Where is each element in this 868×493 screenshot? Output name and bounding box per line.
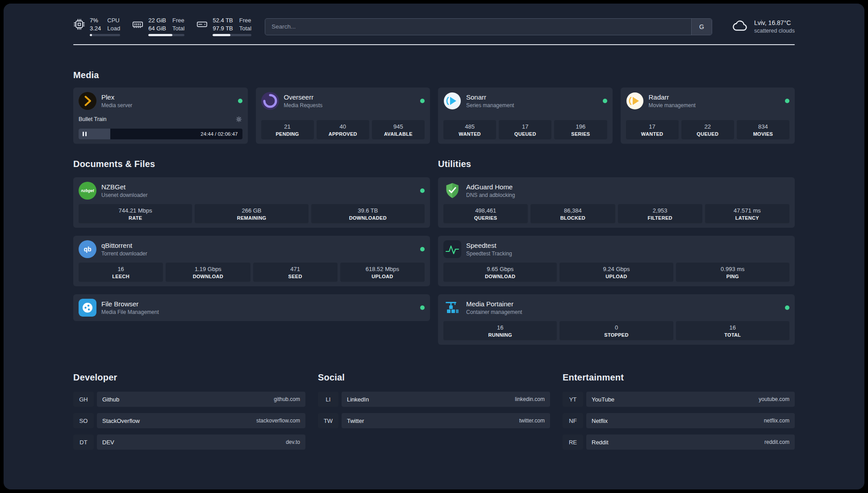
service-card-filebrowser[interactable]: File Browser Media File Management [73, 294, 430, 321]
stat-value: 1.19 Gbps [167, 266, 248, 272]
bookmark-url: linkedin.com [515, 396, 545, 402]
service-description: DNS and adblocking [466, 192, 515, 198]
dashboard-page: 7% 3.24 CPU Load [4, 4, 864, 489]
bookmark-dev[interactable]: DT DEV dev.to [73, 435, 305, 450]
service-name: qBittorrent [101, 242, 147, 249]
search-input[interactable] [265, 19, 691, 35]
stat-value: 47.571 ms [707, 207, 788, 214]
bookmark-abbr: LI [318, 392, 338, 407]
stat-label: AVAILABLE [374, 131, 423, 137]
portainer-icon [443, 299, 461, 317]
stat-tile: 17 QUEUED [499, 120, 551, 139]
media-progress-bar: 24:44 / 02:06:47 [79, 129, 242, 139]
service-description: Media server [101, 102, 132, 109]
stat-label: TOTAL [678, 332, 788, 338]
bookmark-name: LinkedIn [347, 396, 369, 403]
service-card-portainer[interactable]: Media Portainer Container management 16 … [438, 294, 795, 345]
cpu-usage-bar [90, 34, 120, 36]
stat-tile: 22 QUEUED [681, 120, 734, 139]
service-card-overseerr[interactable]: Overseerr Media Requests 21 PENDING 40 A… [256, 88, 430, 144]
bookmark-url: stackoverflow.com [256, 418, 300, 424]
stat-tile: 17 WANTED [626, 120, 679, 139]
service-card-nzbget[interactable]: nzbget NZBGet Usenet downloader 744.21 M… [73, 177, 430, 228]
service-name: Radarr [649, 93, 696, 101]
service-card-speedtest[interactable]: Speedtest Speedtest Tracking 9.65 Gbps D… [438, 236, 795, 286]
cpu-load-label: Load [107, 25, 120, 32]
weather-location: Lviv, 16.87°C [754, 19, 795, 26]
bookmark-name: DEV [102, 439, 114, 446]
stat-tile: 9.65 Gbps DOWNLOAD [443, 263, 557, 282]
memory-free-value: 22 GiB [148, 17, 166, 24]
stat-value: 834 [739, 123, 788, 130]
stat-value: 39.6 TB [313, 207, 423, 214]
stat-label: BLOCKED [532, 215, 613, 221]
pause-button[interactable] [83, 132, 87, 136]
bookmark-abbr: NF [563, 413, 583, 428]
memory-total-label: Total [172, 25, 184, 32]
documents-column: Documents & Files nzbget NZBGet Usenet d… [73, 159, 430, 345]
stat-label: DOWNLOADED [313, 215, 423, 221]
stat-tile: 0.993 ms PING [676, 263, 789, 282]
qbittorrent-icon: qb [79, 240, 96, 258]
stat-label: DOWNLOAD [167, 274, 248, 279]
status-dot [420, 188, 425, 193]
stat-label: RUNNING [445, 332, 555, 338]
stat-tile: 485 WANTED [443, 120, 496, 139]
stat-tile: 945 AVAILABLE [372, 120, 425, 139]
search-provider-button[interactable]: G [691, 19, 712, 35]
disk-usage-bar [213, 34, 251, 36]
disk-total-value: 97.9 TB [213, 25, 233, 32]
gear-icon[interactable] [235, 116, 242, 123]
disk-widget: 52.4 TB 97.9 TB Free Total [196, 17, 251, 36]
service-card-radarr[interactable]: Radarr Movie management 17 WANTED 22 QUE… [621, 88, 795, 144]
radarr-icon [626, 92, 644, 110]
bookmark-name: Netflix [592, 418, 608, 424]
stat-value: 16 [445, 324, 555, 331]
stat-label: REMAINING [196, 215, 306, 221]
service-card-qbittorrent[interactable]: qb qBittorrent Torrent downloader 16 LEE… [73, 236, 430, 286]
stat-tile: 40 APPROVED [317, 120, 369, 139]
stat-value: 40 [318, 123, 367, 130]
stat-label: DOWNLOAD [445, 274, 555, 279]
speedtest-icon [443, 240, 461, 258]
stat-tile: 9.24 Gbps UPLOAD [559, 263, 673, 282]
stat-label: APPROVED [318, 131, 367, 137]
bookmark-youtube[interactable]: YT YouTube youtube.com [563, 392, 795, 407]
header-divider [73, 44, 795, 45]
stat-tile: 16 LEECH [79, 263, 163, 282]
top-bar: 7% 3.24 CPU Load [73, 17, 795, 36]
status-dot [785, 99, 789, 103]
bookmark-name: Github [102, 396, 119, 403]
bookmark-linkedin[interactable]: LI LinkedIn linkedin.com [318, 392, 550, 407]
search-bar: G [265, 18, 712, 35]
bookmark-netflix[interactable]: NF Netflix netflix.com [563, 413, 795, 428]
service-card-adguard[interactable]: AdGuard Home DNS and adblocking 498,461 … [438, 177, 795, 228]
cpu-usage-fill [90, 34, 92, 36]
overseerr-icon [261, 92, 279, 110]
stat-tile: 86,384 BLOCKED [530, 204, 615, 223]
bookmark-github[interactable]: GH Github github.com [73, 392, 305, 407]
stat-tile: 47.571 ms LATENCY [705, 204, 789, 223]
status-dot [603, 99, 607, 103]
memory-usage-bar [148, 34, 184, 36]
bookmark-reddit[interactable]: RE Reddit reddit.com [563, 435, 795, 450]
bookmark-abbr: DT [73, 435, 94, 450]
stat-tile: 2,953 FILTERED [618, 204, 702, 223]
utilities-column: Utilities AdGuard Home DNS and adblockin… [438, 159, 795, 345]
service-name: File Browser [101, 300, 159, 308]
hard-drive-icon [196, 18, 208, 30]
service-card-sonarr[interactable]: Sonarr Series management 485 WANTED 17 Q… [438, 88, 613, 144]
stat-label: PING [678, 274, 788, 279]
bookmark-twitter[interactable]: TW Twitter twitter.com [318, 413, 550, 428]
service-card-plex[interactable]: Plex Media server Bullet Train 24:44 / 0… [73, 88, 248, 144]
stat-value: 945 [374, 123, 423, 130]
playback-time: 24:44 / 02:06:47 [200, 131, 238, 137]
stat-value: 196 [556, 123, 605, 130]
disk-total-label: Total [239, 25, 251, 32]
bookmark-stackoverflow[interactable]: SO StackOverflow stackoverflow.com [73, 413, 305, 428]
stat-label: LATENCY [707, 215, 788, 221]
plex-icon [79, 92, 96, 110]
stat-label: FILTERED [620, 215, 701, 221]
bookmarks-social: Social LI LinkedIn linkedin.com TW Twitt… [318, 372, 550, 428]
status-dot [420, 99, 425, 103]
